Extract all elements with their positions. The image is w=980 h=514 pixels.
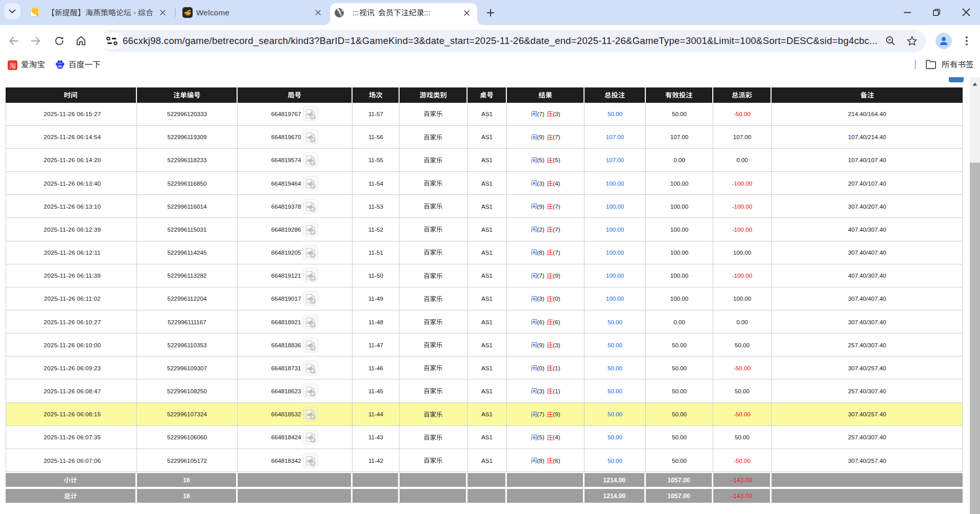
svg-text:du: du xyxy=(58,64,62,68)
